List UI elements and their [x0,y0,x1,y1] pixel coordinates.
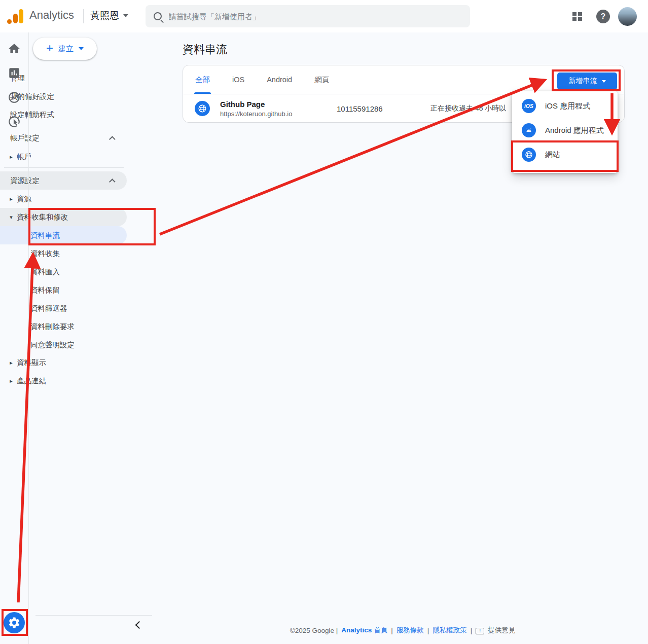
feedback-icon: ! [476,628,484,634]
menu-item-android-app[interactable]: Android 應用程式 [512,118,618,142]
copyright-text: ©2025 Google | [290,627,338,634]
topbar-divider [83,9,84,23]
add-stream-menu: iOS iOS 應用程式 Android 應用程式 網站 [512,91,618,173]
avatar[interactable] [618,7,637,26]
brand-title: Analytics [29,9,74,22]
ios-icon: iOS [522,99,536,113]
search-icon [154,12,162,20]
help-icon[interactable]: ? [596,10,610,23]
search-input[interactable] [169,12,462,21]
account-name: 黃照恩 [90,9,119,22]
footer-feedback-label[interactable]: 提供意見 [488,626,515,635]
tab-android[interactable]: Android [256,65,303,94]
settings-sidebar: + 建立 [29,32,157,644]
chevron-down-icon [123,14,128,17]
chevron-down-icon [79,47,84,50]
advertising-icon[interactable] [7,115,21,129]
analytics-logo-icon [7,9,24,24]
footer-link-privacy[interactable]: 隱私權政策 [433,626,467,635]
home-icon[interactable] [7,42,21,56]
stream-status: 正在接收過去 48 小時以 [430,104,506,113]
stream-name: Github Page [220,100,337,109]
menu-item-website[interactable]: 網站 [512,142,618,167]
footer-link-terms[interactable]: 服務條款 [397,626,424,635]
globe-icon [522,148,536,162]
stream-id: 10115591286 [337,104,430,113]
footer: ©2025 Google | Analytics 首頁 | 服務條款 | 隱私權… [157,626,648,635]
explore-icon[interactable] [7,90,21,104]
tab-all[interactable]: 全部 [184,65,221,94]
left-icon-rail [0,32,29,644]
menu-item-ios-app[interactable]: iOS iOS 應用程式 [512,94,618,118]
footer-link-home-suffix[interactable]: 首頁 [374,626,387,634]
reports-icon[interactable] [7,66,21,80]
footer-link-analytics-home[interactable]: Analytics [341,626,372,634]
account-switcher[interactable]: 黃照恩 [90,9,128,22]
admin-gear-button[interactable] [4,612,25,633]
gear-icon [8,616,21,629]
web-stream-icon [195,101,210,116]
plus-icon: + [46,42,53,54]
apps-grid-icon[interactable] [572,12,584,21]
search-bar[interactable] [146,5,470,27]
tab-ios[interactable]: iOS [221,65,256,94]
chevron-down-icon [602,80,606,83]
create-button[interactable]: + 建立 [33,38,97,60]
page-title: 資料串流 [183,42,227,57]
android-icon [522,123,536,137]
tab-web[interactable]: 網頁 [303,65,340,94]
add-stream-button[interactable]: 新增串流 [557,73,617,90]
top-app-bar: Analytics 黃照恩 ? [0,0,648,32]
stream-url: https://koteruon.github.io [220,110,337,118]
